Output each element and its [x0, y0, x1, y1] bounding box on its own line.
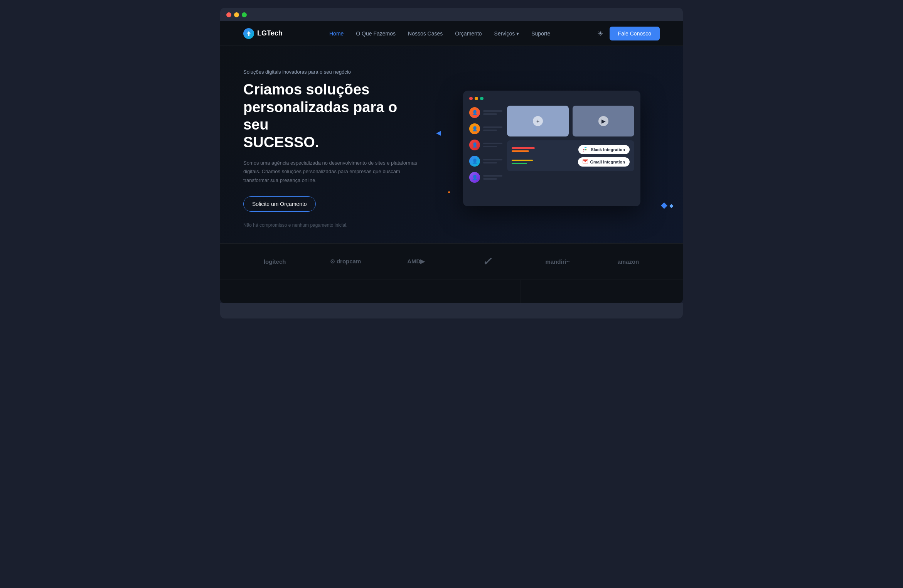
avatar-row-3: 👤 — [469, 140, 502, 150]
grid-row — [243, 280, 660, 303]
diamond-small-blue-icon: ◆ — [669, 202, 674, 209]
logo-nike: ✓ — [455, 255, 518, 268]
logo: LGTech — [243, 28, 283, 39]
play-icon: ▶ — [598, 116, 608, 126]
gmail-icon — [583, 159, 588, 165]
svg-rect-4 — [585, 149, 586, 150]
dashboard-body: 👤 👤 — [469, 106, 634, 183]
nav-link-home[interactable]: Home — [329, 30, 344, 37]
grid-lines — [220, 280, 683, 303]
avatar-lines-1 — [483, 110, 502, 115]
nav-link-cases[interactable]: Nossos Cases — [408, 30, 443, 37]
slack-icon — [583, 147, 588, 152]
int-lines-1 — [512, 147, 575, 152]
bottom-bar — [220, 303, 683, 318]
site-container: LGTech Home O Que Fazemos Nossos Cases O… — [220, 21, 683, 303]
logos-section: logitech ⊙ dropcam AMD▶ ✓ mandiri~ amazo… — [220, 243, 683, 280]
nav-item-servicos[interactable]: Serviços ▾ — [494, 30, 519, 37]
gmail-badge: Gmail Integration — [578, 157, 630, 167]
dot-green — [242, 12, 247, 17]
gmail-label: Gmail Integration — [590, 160, 625, 164]
nav-item-cases[interactable]: Nossos Cases — [408, 30, 443, 37]
sun-icon[interactable]: ☀ — [597, 29, 603, 38]
avatar-5: 👤 — [469, 172, 480, 183]
nike-swoosh: ✓ — [482, 255, 491, 268]
dash-dot-green — [480, 97, 484, 100]
diamond-blue-icon: ◆ — [661, 200, 667, 210]
navbar: LGTech Home O Que Fazemos Nossos Cases O… — [220, 21, 683, 46]
avatar-lines-5 — [483, 175, 502, 180]
line-bar — [483, 130, 497, 131]
line-bar — [483, 178, 497, 180]
hero-illustration: ◆ ◀ ● 👤 — [444, 91, 660, 206]
dot-red — [226, 12, 231, 17]
nav-link-orcamento[interactable]: Orçamento — [455, 30, 482, 37]
hero-note: Não há compromisso e nenhum pagamento in… — [243, 222, 421, 228]
dash-dot-yellow — [475, 97, 478, 100]
avatar-row-4: 👤 — [469, 156, 502, 167]
nav-item-what[interactable]: O Que Fazemos — [356, 30, 396, 37]
nav-link-servicos[interactable]: Serviços ▾ — [494, 30, 519, 37]
grid-cell-2 — [382, 280, 521, 303]
logos-grid: logitech ⊙ dropcam AMD▶ ✓ mandiri~ amazo… — [243, 255, 660, 268]
browser-dots — [226, 12, 677, 17]
nav-link-what[interactable]: O Que Fazemos — [356, 30, 396, 37]
svg-rect-0 — [583, 149, 584, 150]
nav-item-suporte[interactable]: Suporte — [531, 30, 550, 37]
logo-amazon: amazon — [597, 258, 660, 265]
hero-title: Criamos soluções personalizadas para o s… — [243, 81, 421, 151]
svg-rect-3 — [586, 147, 587, 148]
dashboard-right: + ▶ — [507, 106, 634, 183]
contact-button[interactable]: Fale Conosco — [610, 27, 660, 40]
int-lines-2 — [512, 160, 575, 164]
line-bar — [483, 175, 502, 177]
browser-chrome — [220, 8, 683, 21]
avatar-list: 👤 👤 — [469, 106, 502, 183]
avatar-row-1: 👤 — [469, 107, 502, 118]
integration-panel: Slack Integration — [507, 140, 634, 171]
svg-rect-5 — [586, 149, 587, 150]
svg-rect-1 — [583, 151, 584, 152]
logo-logitech: logitech — [243, 258, 306, 265]
nav-right: ☀ Fale Conosco — [597, 27, 660, 40]
triangle-blue-icon: ◀ — [436, 129, 441, 136]
avatar-row-2: 👤 — [469, 123, 502, 134]
avatar-lines-3 — [483, 143, 502, 147]
nav-link-suporte[interactable]: Suporte — [531, 30, 550, 37]
hero-content: Soluções digitais inovadoras para o seu … — [243, 69, 421, 228]
dashboard-dots — [469, 97, 634, 100]
cards-row: + ▶ — [507, 106, 634, 136]
slack-label: Slack Integration — [591, 147, 625, 152]
line-bar — [483, 126, 502, 128]
avatar-row-5: 👤 — [469, 172, 502, 183]
line-bar — [483, 159, 502, 160]
chevron-down-icon: ▾ — [516, 30, 519, 37]
nav-item-orcamento[interactable]: Orçamento — [455, 30, 482, 37]
slack-badge: Slack Integration — [578, 145, 630, 154]
hero-description: Somos uma agência especializada no desen… — [243, 159, 421, 184]
mini-card-play: ▶ — [573, 106, 634, 136]
logo-mandiri: mandiri~ — [526, 258, 589, 265]
avatar-3: 👤 — [469, 140, 480, 150]
dashboard-card: 👤 👤 — [463, 91, 640, 206]
logo-amd: AMD▶ — [385, 258, 448, 265]
logo-icon — [243, 28, 254, 39]
orcamento-button[interactable]: Solicite um Orçamento — [243, 196, 316, 212]
int-line-orange — [512, 150, 529, 152]
line-bar — [483, 162, 497, 163]
avatar-2: 👤 — [469, 123, 480, 134]
hero-section: Soluções digitais inovadoras para o seu … — [220, 46, 683, 243]
int-line-red — [512, 147, 535, 149]
int-line-green — [512, 163, 527, 164]
hero-subtitle: Soluções digitais inovadoras para o seu … — [243, 69, 421, 75]
line-bar — [483, 146, 497, 147]
nav-item-home[interactable]: Home — [329, 30, 344, 37]
plus-icon: + — [533, 116, 543, 126]
int-line-yellow — [512, 160, 533, 161]
logo-dropcam: ⊙ dropcam — [314, 258, 377, 265]
grid-cell-3 — [521, 280, 660, 303]
mini-card-add: + — [507, 106, 569, 136]
dash-dot-red — [469, 97, 473, 100]
grid-cell-1 — [243, 280, 382, 303]
nav-links: Home O Que Fazemos Nossos Cases Orçament… — [329, 30, 550, 37]
